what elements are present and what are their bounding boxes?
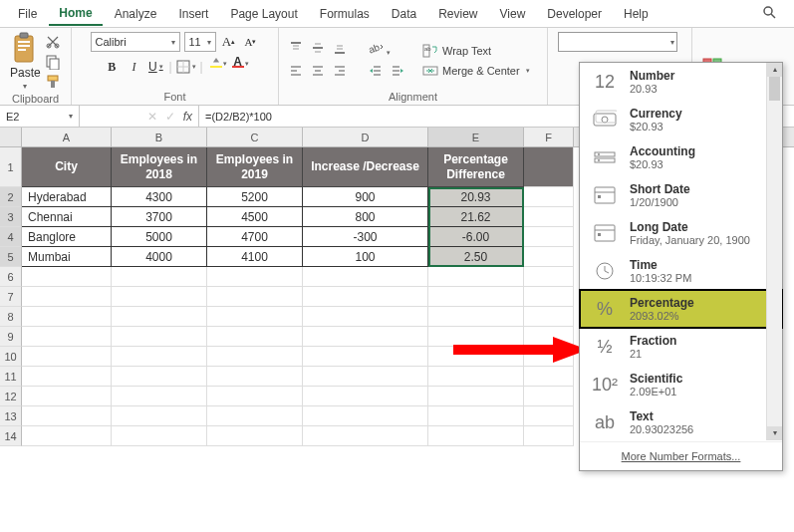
col-header-e[interactable]: E [428,128,524,146]
cell-city[interactable]: Chennai [22,207,112,227]
number-format-scientific[interactable]: 10²Scientific2.09E+01 [580,366,782,403]
cell-emp2019[interactable]: 5200 [207,187,303,207]
col-header-f[interactable]: F [524,128,574,146]
increase-indent-icon[interactable] [391,64,404,81]
cell-emp2019[interactable]: 4700 [207,227,303,247]
orientation-button[interactable]: ab▾ [369,41,391,58]
menu-analyze[interactable]: Analyze [105,3,167,25]
align-bottom-icon[interactable] [333,41,347,58]
font-size-select[interactable]: 11▾ [184,32,216,52]
menu-data[interactable]: Data [382,3,426,25]
menu-insert[interactable]: Insert [168,3,218,25]
number-format-number[interactable]: 12Number20.93 [580,63,782,101]
align-middle-icon[interactable] [311,41,325,58]
cell-diff[interactable]: -300 [303,227,428,247]
italic-button[interactable]: I [125,58,142,76]
fx-icon[interactable]: fx [183,110,192,124]
cell-diff[interactable]: 800 [303,207,428,227]
align-center-icon[interactable] [311,64,325,81]
cell-pct[interactable]: 21.62 [428,207,524,227]
number-format-time[interactable]: Time10:19:32 PM [580,252,782,290]
row-header-4[interactable]: 4 [0,227,22,247]
col-header-c[interactable]: C [207,128,303,146]
row-header-11[interactable]: 11 [0,367,22,387]
row-header-13[interactable]: 13 [0,406,22,426]
row-header-1[interactable]: 1 [0,147,22,187]
border-button[interactable]: ▾ [176,58,196,76]
dropdown-scrollbar[interactable]: ▴ ▾ [766,63,782,440]
menu-help[interactable]: Help [614,3,659,25]
cell-emp2018[interactable]: 4000 [112,247,207,267]
bold-button[interactable]: B [103,58,121,76]
cut-icon[interactable] [45,34,61,50]
menu-formulas[interactable]: Formulas [310,3,380,25]
header-city[interactable]: City [22,147,112,187]
row-header-9[interactable]: 9 [0,327,22,347]
wrap-text-button[interactable]: abWrap Text [422,44,530,58]
underline-button[interactable]: U▾ [146,58,164,76]
number-format-long-date[interactable]: Long DateFriday, January 20, 1900 [580,214,782,252]
number-format-fraction[interactable]: ½Fraction21 [580,328,782,366]
select-all-corner[interactable] [0,128,22,146]
cell-pct[interactable]: -6.00 [428,227,524,247]
header-emp2019[interactable]: Employees in 2019 [207,147,303,187]
number-format-percentage[interactable]: %Percentage2093.02% [580,290,782,328]
align-left-icon[interactable] [289,64,303,81]
number-format-select[interactable]: ▾ [558,32,677,52]
font-name-select[interactable]: Calibri▾ [91,32,180,52]
header-emp2018[interactable]: Employees in 2018 [112,147,207,187]
paste-button[interactable]: Paste ▾ [10,32,41,91]
cell-emp2018[interactable]: 5000 [112,227,207,247]
copy-icon[interactable] [45,54,61,70]
format-painter-icon[interactable] [45,74,61,90]
decrease-indent-icon[interactable] [369,64,383,81]
row-header-7[interactable]: 7 [0,287,22,307]
row-header-3[interactable]: 3 [0,207,22,227]
merge-center-button[interactable]: Merge & Center▾ [422,64,530,78]
decrease-font-icon[interactable]: A▾ [242,33,260,51]
row-header-14[interactable]: 14 [0,426,22,446]
cell-emp2018[interactable]: 3700 [112,207,207,227]
number-format-text[interactable]: abText20.93023256 [580,403,782,441]
search-icon[interactable] [752,1,786,26]
number-format-currency[interactable]: Currency$20.93 [580,101,782,138]
cell-emp2018[interactable]: 4300 [112,187,207,207]
menu-developer[interactable]: Developer [537,3,612,25]
align-right-icon[interactable] [333,64,347,81]
row-header-6[interactable]: 6 [0,267,22,287]
font-color-button[interactable]: A▾ [229,58,247,76]
row-header-5[interactable]: 5 [0,247,22,267]
menu-file[interactable]: File [8,3,47,25]
row-header-12[interactable]: 12 [0,387,22,406]
cell-diff[interactable]: 900 [303,187,428,207]
number-format-accounting[interactable]: Accounting$20.93 [580,138,782,176]
header-diff[interactable]: Increase /Decrease [303,147,428,187]
fill-color-button[interactable]: ▾ [207,58,225,76]
cell-emp2019[interactable]: 4500 [207,207,303,227]
cell-diff[interactable]: 100 [303,247,428,267]
cell-city[interactable]: Banglore [22,227,112,247]
cell-city[interactable]: Hyderabad [22,187,112,207]
col-header-a[interactable]: A [22,128,112,146]
cell-emp2019[interactable]: 4100 [207,247,303,267]
col-header-d[interactable]: D [303,128,428,146]
menu-review[interactable]: Review [428,3,487,25]
header-pct[interactable]: Percentage Difference [428,147,524,187]
menu-home[interactable]: Home [49,2,102,26]
menu-page-layout[interactable]: Page Layout [220,3,307,25]
menu-view[interactable]: View [490,3,536,25]
row-header-10[interactable]: 10 [0,347,22,367]
align-top-icon[interactable] [289,41,303,58]
more-number-formats[interactable]: More Number Formats... [580,441,782,470]
cancel-formula-icon[interactable]: ✕ [147,110,157,124]
number-format-short-date[interactable]: Short Date1/20/1900 [580,176,782,214]
name-box[interactable]: E2▾ [0,106,80,127]
row-header-8[interactable]: 8 [0,307,22,327]
cell-city[interactable]: Mumbai [22,247,112,267]
increase-font-icon[interactable]: A▴ [220,33,238,51]
cell-pct[interactable]: 20.93 [428,187,524,207]
col-header-b[interactable]: B [112,128,207,146]
enter-formula-icon[interactable]: ✓ [165,110,175,124]
row-header-2[interactable]: 2 [0,187,22,207]
cell-pct[interactable]: 2.50 [428,247,524,267]
